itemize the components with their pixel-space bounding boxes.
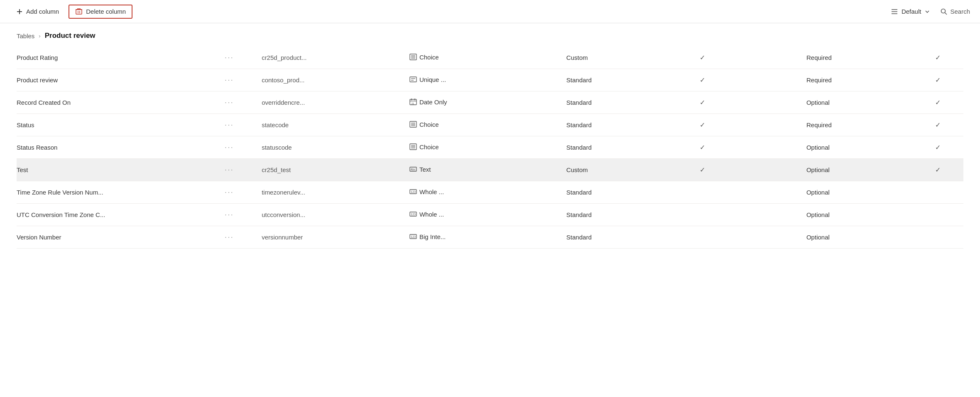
column-check2: ✓ [917,136,963,159]
column-source: Standard [566,226,677,249]
column-check1: ✓ [677,114,733,136]
column-spacer [733,204,806,226]
column-spacer [733,114,806,136]
column-type: 21 Date Only [409,91,566,114]
row-menu-dots[interactable]: ··· [225,114,262,136]
search-icon [940,8,948,15]
searchable-check: ✓ [700,166,705,173]
svg-line-13 [945,12,947,15]
table-row[interactable]: Version Number ··· versionnumber 123 Big… [17,226,963,249]
column-check1: ✓ [677,69,733,91]
table-row[interactable]: UTC Conversion Time Zone C... ··· utccon… [17,204,963,226]
type-label: Unique ... [419,76,446,83]
table-row[interactable]: Product review ··· contoso_prod... Uniqu… [17,69,963,91]
svg-text:21: 21 [412,102,414,105]
column-name: Product Rating [17,47,225,69]
column-check1 [677,204,733,226]
required-check: ✓ [935,121,941,128]
row-menu-dots[interactable]: ··· [225,181,262,204]
column-spacer [733,47,806,69]
column-required: Optional [806,91,917,114]
row-menu-dots[interactable]: ··· [225,159,262,181]
column-name: Status Reason [17,136,225,159]
breadcrumb-parent[interactable]: Tables [17,32,34,39]
row-menu-dots[interactable]: ··· [225,136,262,159]
type-label: Date Only [419,99,447,106]
table-row[interactable]: Product Rating ··· cr25d_product... Choi… [17,47,963,69]
toolbar: Add column Delete column Default [0,0,980,23]
searchable-check: ✓ [700,76,705,84]
column-source: Standard [566,114,677,136]
column-code: versionnumber [262,226,409,249]
date-icon: 21 [409,98,417,106]
column-code: cr25d_test [262,159,409,181]
required-check: ✓ [935,76,941,84]
required-check: ✓ [935,144,941,151]
table-container: Product Rating ··· cr25d_product... Choi… [0,47,980,249]
unique-icon [409,76,417,83]
toolbar-left: Add column Delete column [10,5,132,19]
row-menu-dots[interactable]: ··· [225,226,262,249]
default-view-button[interactable]: Default [891,8,931,15]
column-check2: ✓ [917,47,963,69]
column-code: overriddencre... [262,91,409,114]
column-source: Standard [566,69,677,91]
column-type: Choice [409,47,566,69]
column-check1 [677,181,733,204]
column-check2 [917,226,963,249]
row-menu-dots[interactable]: ··· [225,91,262,114]
whole-number-icon: 123 [409,188,417,195]
svg-point-12 [941,9,946,13]
column-type: Choice [409,136,566,159]
delete-column-button[interactable]: Delete column [69,5,132,19]
searchable-check: ✓ [700,54,705,61]
column-spacer [733,136,806,159]
row-menu-dots[interactable]: ··· [225,204,262,226]
svg-rect-18 [410,77,416,82]
row-menu-dots[interactable]: ··· [225,47,262,69]
svg-text:Abc: Abc [411,168,416,171]
table-row[interactable]: Record Created On ··· overriddencre... 2… [17,91,963,114]
column-code: cr25d_product... [262,47,409,69]
choice-icon [409,53,417,61]
column-name: UTC Conversion Time Zone C... [17,204,225,226]
column-source: Standard [566,204,677,226]
column-check1: ✓ [677,47,733,69]
svg-text:123: 123 [411,213,416,216]
column-check2: ✓ [917,114,963,136]
required-check: ✓ [935,166,941,173]
bigint-icon: 123 [409,233,417,240]
table-row[interactable]: Time Zone Rule Version Num... ··· timezo… [17,181,963,204]
column-check2: ✓ [917,91,963,114]
column-required: Required [806,47,917,69]
column-code: statecode [262,114,409,136]
choice-icon [409,143,417,150]
whole-number-icon: 123 [409,210,417,218]
searchable-check: ✓ [700,99,705,106]
table-row[interactable]: Status Reason ··· statuscode Choice Stan… [17,136,963,159]
row-menu-dots[interactable]: ··· [225,69,262,91]
add-column-button[interactable]: Add column [10,5,65,18]
required-check: ✓ [935,54,941,61]
toolbar-right: Default Search [891,8,970,15]
column-required: Required [806,69,917,91]
table-row[interactable]: Status ··· statecode Choice Standard ✓ R… [17,114,963,136]
column-check2 [917,181,963,204]
column-code: utcconversion... [262,204,409,226]
column-source: Standard [566,136,677,159]
text-icon: Abc [409,165,417,173]
table-row[interactable]: Test ··· cr25d_test Abc Text Custom ✓ Op… [17,159,963,181]
type-label: Whole ... [419,188,444,195]
delete-icon [75,8,83,15]
column-check2: ✓ [917,159,963,181]
plus-icon [16,8,23,15]
svg-text:123: 123 [411,190,416,194]
column-required: Optional [806,226,917,249]
column-code: statuscode [262,136,409,159]
searchable-check: ✓ [700,121,705,128]
column-check1: ✓ [677,159,733,181]
column-check2 [917,204,963,226]
column-code: timezonerulev... [262,181,409,204]
search-button[interactable]: Search [940,8,970,15]
column-type: Abc Text [409,159,566,181]
